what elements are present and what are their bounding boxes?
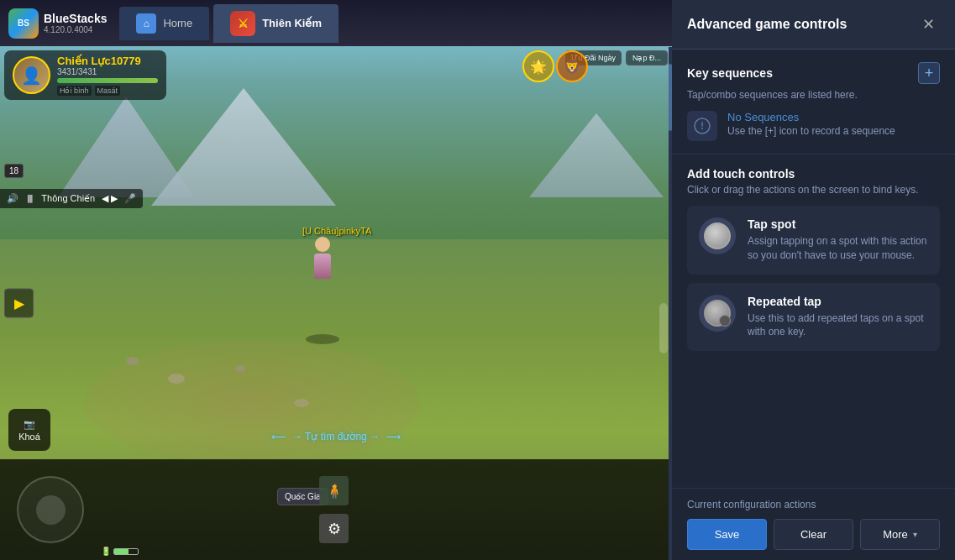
no-sequences-info: No Sequences Use the [+] icon to record … bbox=[727, 111, 895, 137]
repeated-tap-card[interactable]: Repeated tap Use this to add repeated ta… bbox=[687, 283, 940, 352]
logo-icon: BS bbox=[8, 8, 39, 39]
fire-orb: 🦁 bbox=[556, 50, 588, 82]
tap-spot-card[interactable]: Tap spot Assign tapping on a spot with t… bbox=[687, 206, 940, 275]
repeated-tap-description: Use this to add repeated taps on a spot … bbox=[748, 311, 928, 340]
key-seq-title: Key sequences bbox=[687, 66, 773, 80]
settings-btn[interactable]: ⚙ bbox=[319, 514, 349, 543]
config-actions-section: Current configuration actions Save Clear… bbox=[672, 488, 955, 560]
app-version: 4.120.0.4004 bbox=[44, 25, 107, 34]
tab-home[interactable]: ⌂ Home bbox=[119, 7, 209, 40]
level-badge: 18 bbox=[4, 164, 24, 178]
bluestacks-text: BlueStacks 4.120.0.4004 bbox=[44, 12, 107, 34]
game-area: BS BlueStacks 4.120.0.4004 ⌂ Home ⚔ Thiê… bbox=[0, 0, 672, 560]
advanced-controls-panel: Advanced game controls ✕ Key sequences +… bbox=[672, 0, 955, 560]
tap-spot-content: Tap spot Assign tapping on a spot with t… bbox=[748, 217, 928, 263]
bluestacks-logo: BS BlueStacks 4.120.0.4004 bbox=[8, 8, 107, 39]
stone3 bbox=[235, 365, 245, 372]
path-text: ⟵ → Tự tìm đường → ⟶ bbox=[271, 431, 401, 442]
tap-spot-title: Tap spot bbox=[748, 217, 928, 231]
char-body bbox=[314, 254, 331, 279]
volume-icon: 🔊 bbox=[7, 193, 18, 204]
tap-spot-icon-container bbox=[699, 217, 736, 254]
key-seq-header: Key sequences + bbox=[687, 62, 940, 84]
sequence-icon bbox=[687, 111, 717, 141]
joystick-knob bbox=[36, 495, 66, 525]
hp-bar bbox=[57, 78, 158, 83]
tab-game[interactable]: ⚔ Thiên Kiếm bbox=[213, 4, 338, 43]
panel-body[interactable]: Key sequences + Tap/combo sequences are … bbox=[672, 50, 955, 488]
taskbar: BS BlueStacks 4.120.0.4004 ⌂ Home ⚔ Thiê… bbox=[0, 0, 672, 46]
char-head bbox=[315, 237, 330, 252]
no-sequences-container: No Sequences Use the [+] icon to record … bbox=[687, 111, 940, 141]
hp-bar-container bbox=[57, 78, 158, 83]
clear-button[interactable]: Clear bbox=[774, 519, 853, 550]
config-actions-title: Current configuration actions bbox=[687, 499, 940, 510]
tap-spot-description: Assign tapping on a spot with this actio… bbox=[748, 234, 928, 263]
game-overlay: 👤 Chiến Lực10779 3431/3431 Hồi bình Masá… bbox=[0, 46, 672, 560]
arrow-indicator[interactable]: ▶ bbox=[4, 289, 34, 318]
camera-btn[interactable]: 📷 Khoá bbox=[8, 409, 50, 451]
character-sprite bbox=[306, 237, 339, 287]
char-name: Chiến Lực10779 bbox=[57, 55, 158, 67]
key-seq-description: Tap/combo sequences are listed here. bbox=[687, 89, 940, 101]
repeated-tap-title: Repeated tap bbox=[748, 295, 928, 308]
tap-spot-icon bbox=[704, 222, 731, 249]
touch-controls-section: Add touch controls Click or drag the act… bbox=[672, 154, 955, 368]
person-btn[interactable]: 🧍 bbox=[319, 476, 349, 505]
scroll-indicator bbox=[659, 303, 668, 353]
mic-icon: 🎤 bbox=[124, 193, 136, 204]
app-name: BlueStacks bbox=[44, 12, 107, 25]
char-hp: 3431/3431 bbox=[57, 67, 158, 76]
char-details: Chiến Lực10779 3431/3431 Hồi bình Masát bbox=[57, 55, 158, 96]
status1: Hồi bình bbox=[57, 86, 92, 96]
stone4 bbox=[294, 399, 309, 407]
more-label: More bbox=[883, 528, 908, 541]
home-icon: ⌂ bbox=[136, 13, 156, 34]
gold-orb: 🌟 bbox=[522, 50, 554, 82]
recharge-btn[interactable]: Nạp Đ... bbox=[626, 50, 668, 65]
camera-label: Khoá bbox=[18, 432, 40, 442]
svg-point-2 bbox=[701, 128, 703, 129]
add-sequence-button[interactable]: + bbox=[918, 62, 940, 84]
panel-header: Advanced game controls ✕ bbox=[672, 0, 955, 50]
repeated-tap-icon-container bbox=[699, 295, 736, 332]
char-info: 👤 Chiến Lực10779 3431/3431 Hồi bình Masá… bbox=[4, 50, 166, 100]
path-text-label: → Tự tìm đường → bbox=[292, 431, 380, 442]
mountain-center bbox=[151, 88, 336, 206]
home-tab-label: Home bbox=[163, 17, 192, 29]
stone2 bbox=[168, 374, 185, 384]
repeated-tap-icon bbox=[704, 300, 731, 327]
save-button[interactable]: Save bbox=[687, 519, 767, 550]
nav-label: Thông Chiến bbox=[41, 193, 95, 204]
game-icon: ⚔ bbox=[230, 11, 255, 36]
stone1 bbox=[126, 357, 139, 365]
no-sequences-title: No Sequences bbox=[727, 111, 895, 123]
char-shadow bbox=[306, 334, 339, 344]
player-label: [U Châu]pinkyTA bbox=[302, 226, 371, 236]
touch-controls-description: Click or drag the actions on the screen … bbox=[687, 184, 940, 196]
joystick[interactable] bbox=[17, 476, 84, 543]
nav-chevron: ◀ ▶ bbox=[102, 193, 118, 204]
mountain-right bbox=[529, 113, 664, 197]
key-sequences-section: Key sequences + Tap/combo sequences are … bbox=[672, 50, 955, 154]
close-button[interactable]: ✕ bbox=[916, 13, 940, 36]
no-sequences-hint: Use the [+] icon to record a sequence bbox=[727, 125, 895, 137]
panel-title: Advanced game controls bbox=[687, 17, 847, 32]
more-button[interactable]: More ▾ bbox=[860, 519, 940, 550]
chevron-down-icon: ▾ bbox=[913, 530, 917, 539]
repeated-tap-content: Repeated tap Use this to add repeated ta… bbox=[748, 295, 928, 340]
status2: Masát bbox=[95, 86, 121, 96]
battery-area: 🔋 bbox=[101, 547, 139, 556]
bottom-area: Quốc Gia 🧍 ⚙ 🔋 bbox=[0, 459, 672, 560]
game-tab-label: Thiên Kiếm bbox=[262, 17, 322, 29]
action-buttons: Save Clear More ▾ bbox=[687, 519, 940, 550]
menu-bar: 🔊 ▐▌ Thông Chiến ◀ ▶ 🎤 bbox=[0, 189, 143, 208]
touch-controls-title: Add touch controls bbox=[687, 167, 940, 181]
char-avatar: 👤 bbox=[13, 56, 50, 94]
camera-icon: 📷 bbox=[24, 419, 35, 430]
